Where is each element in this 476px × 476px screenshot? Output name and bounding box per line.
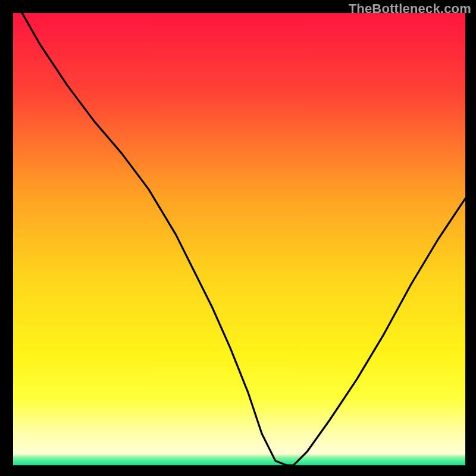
plot-area [13,13,465,465]
chart-frame: TheBottleneck.com [0,0,476,476]
curve-line [13,13,465,465]
